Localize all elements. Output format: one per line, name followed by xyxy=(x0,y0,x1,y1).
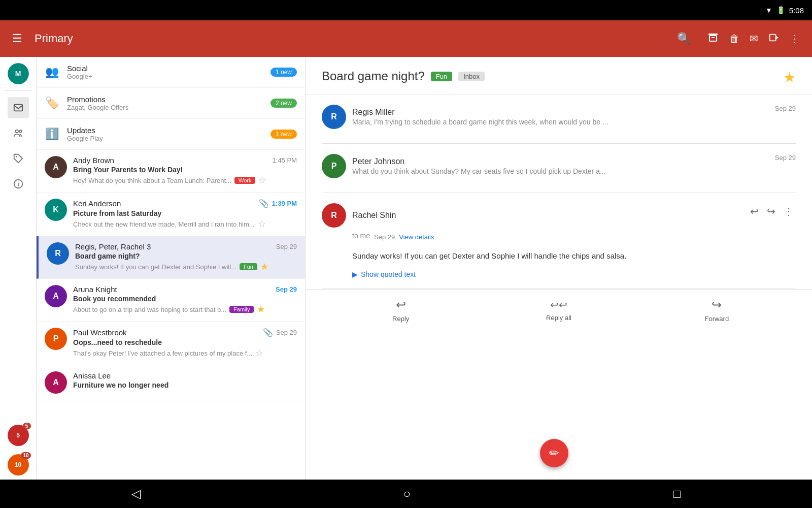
svg-point-6 xyxy=(19,130,22,133)
keri-subject: Picture from last Saturday xyxy=(73,209,297,217)
forward-icon-btn[interactable]: ↪ xyxy=(765,203,777,219)
email-item-anissa[interactable]: A Anissa Lee Furniture we no longer need xyxy=(37,365,305,400)
keri-star[interactable]: ☆ xyxy=(258,218,266,230)
regis-avatar: R xyxy=(47,242,69,265)
aruna-star[interactable]: ★ xyxy=(257,304,265,315)
thread-peter-preview: What do you think about Sunday? My car s… xyxy=(352,167,606,175)
updates-name: Updates xyxy=(67,126,262,135)
email-item-keri[interactable]: K Keri Anderson 📎 1:39 PM Picture from l… xyxy=(37,193,305,236)
app-title: Primary xyxy=(35,32,665,45)
regis-sender: Regis, Peter, Rachel 3 xyxy=(75,242,151,251)
mail-button[interactable]: ✉ xyxy=(746,28,762,49)
show-quoted-button[interactable]: ▶ Show quoted text xyxy=(352,270,796,278)
reply-button[interactable]: ↩ Reply xyxy=(370,298,431,323)
more-icon-btn[interactable]: ⋮ xyxy=(782,203,796,219)
more-button[interactable]: ⋮ xyxy=(786,28,804,49)
recents-nav-button[interactable]: □ xyxy=(653,483,701,505)
sidebar-people-icon[interactable] xyxy=(8,122,29,144)
rachel-to: to me xyxy=(352,232,370,240)
keri-sender: Keri Anderson xyxy=(73,199,121,208)
home-nav-button[interactable]: ○ xyxy=(383,483,431,505)
andy-star[interactable]: ☆ xyxy=(258,175,266,186)
back-nav-button[interactable]: ◁ xyxy=(111,483,161,505)
aruna-sender: Aruna Knight xyxy=(73,285,117,294)
social-sub: Google+ xyxy=(67,73,262,80)
social-icon: 👥 xyxy=(45,66,59,79)
chevron-right-icon: ▶ xyxy=(352,270,358,278)
rachel-message: Sunday works! If you can get Dexter and … xyxy=(352,250,796,262)
paul-avatar: P xyxy=(45,328,67,350)
social-badge: 1 new xyxy=(270,68,297,77)
regis-tag: Fun xyxy=(240,263,257,270)
reply-arrow-icon: ↩ xyxy=(396,298,406,312)
view-details-link[interactable]: View details xyxy=(399,233,434,241)
paul-star[interactable]: ☆ xyxy=(255,347,263,359)
compose-icon: ✏ xyxy=(549,446,559,460)
thread-regis-avatar: R xyxy=(322,105,346,129)
show-quoted-label: Show quoted text xyxy=(361,270,416,278)
email-item-aruna[interactable]: A Aruna Knight Sep 29 Book you recommend… xyxy=(37,279,305,322)
action-buttons: 🗑 ✉ ⋮ xyxy=(703,27,804,50)
user-avatar-secondary[interactable]: 5 5 xyxy=(8,425,29,446)
updates-badge: 1 new xyxy=(270,130,297,139)
paul-preview: That's okay Peter! I've attached a few p… xyxy=(73,350,252,357)
reply-bar: ↩ Reply ↩↩ Reply all ↪ Forward xyxy=(306,289,812,331)
aruna-preview: About to go on a trip and was hoping to … xyxy=(73,306,226,313)
svg-marker-3 xyxy=(776,36,779,39)
sidebar-info-icon[interactable]: i xyxy=(8,173,29,195)
rachel-date: Sep 29 xyxy=(374,233,395,241)
svg-point-7 xyxy=(15,156,17,157)
sidebar-tag-icon[interactable] xyxy=(8,148,29,169)
andy-tag: Work xyxy=(234,177,255,184)
user-avatar-main[interactable]: M xyxy=(8,63,29,84)
updates-sub: Google Play xyxy=(67,135,262,142)
detail-star[interactable]: ★ xyxy=(783,69,796,86)
anissa-avatar: A xyxy=(45,371,67,394)
archive-button[interactable] xyxy=(703,27,723,50)
aruna-tag: Family xyxy=(229,306,254,313)
forward-button[interactable]: ↪ Forward xyxy=(686,298,747,323)
email-item-paul[interactable]: P Paul Westbrook 📎 Sep 29 Oops...need to… xyxy=(37,322,305,365)
thread-item-rachel: R Rachel Shin ↩ ↪ ⋮ to me Sep 29 xyxy=(322,193,796,289)
andy-avatar: A xyxy=(45,156,67,178)
detail-fun-tag: Fun xyxy=(431,72,452,81)
sidebar-inbox-icon[interactable] xyxy=(8,97,29,118)
thread-item-regis[interactable]: R Regis Miller Maria, I'm trying to sche… xyxy=(322,94,796,144)
thread-regis-name: Regis Miller xyxy=(352,108,608,117)
thread-peter-date: Sep 29 xyxy=(775,154,796,162)
menu-button[interactable]: ☰ xyxy=(8,28,26,49)
wifi-icon: ▼ xyxy=(765,6,772,14)
category-social[interactable]: 👥 Social Google+ 1 new xyxy=(37,57,305,88)
category-promotions[interactable]: 🏷️ Promotions Zagat, Google Offers 2 new xyxy=(37,88,305,119)
promotions-badge: 2 new xyxy=(270,99,297,108)
svg-point-5 xyxy=(15,130,18,133)
forward-arrow-icon: ↪ xyxy=(712,298,722,312)
keri-clip-icon: 📎 xyxy=(259,199,269,208)
keri-time: 1:39 PM xyxy=(272,200,297,207)
thread-rachel-avatar: R xyxy=(322,203,346,228)
thread-peter-name: Peter Johnson xyxy=(352,157,606,166)
compose-fab[interactable]: ✏ xyxy=(540,439,568,467)
email-list: 👥 Social Google+ 1 new 🏷️ Promotions Zag… xyxy=(37,57,306,480)
promotions-name: Promotions xyxy=(67,95,262,104)
andy-subject: Bring Your Parents to Work Day! xyxy=(73,166,297,174)
delete-button[interactable]: 🗑 xyxy=(725,29,743,49)
reply-all-label: Reply all xyxy=(546,314,571,322)
email-item-andy[interactable]: A Andy Brown 1:45 PM Bring Your Parents … xyxy=(37,150,305,193)
category-updates[interactable]: ℹ️ Updates Google Play 1 new xyxy=(37,119,305,150)
label-button[interactable] xyxy=(764,28,784,50)
forward-label: Forward xyxy=(704,315,729,323)
andy-sender: Andy Brown xyxy=(73,156,114,165)
reply-icon-btn[interactable]: ↩ xyxy=(748,203,761,219)
detail-subject-text: Board game night? xyxy=(322,69,425,83)
regis-star[interactable]: ★ xyxy=(260,261,268,272)
paul-time: Sep 29 xyxy=(276,329,297,336)
thread-item-peter[interactable]: P Peter Johnson What do you think about … xyxy=(322,144,796,193)
email-item-regis[interactable]: R Regis, Peter, Rachel 3 Sep 29 Board ga… xyxy=(37,236,305,279)
status-time: 5:08 xyxy=(789,6,804,15)
svg-rect-1 xyxy=(709,36,717,41)
search-button[interactable]: 🔍 xyxy=(673,28,695,49)
reply-all-button[interactable]: ↩↩ Reply all xyxy=(528,299,589,322)
sidebar-divider-1 xyxy=(4,90,32,91)
user-avatar-tertiary[interactable]: 10 10 xyxy=(8,454,29,475)
